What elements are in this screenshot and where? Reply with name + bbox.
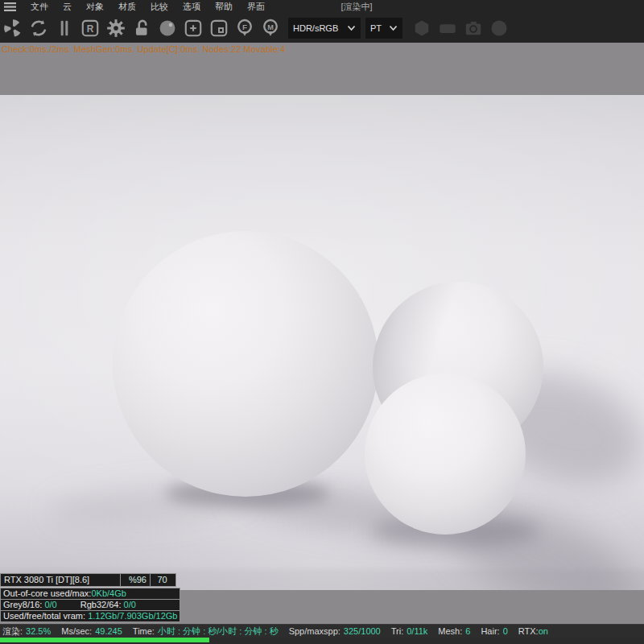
hair-stat: Hair:0: [481, 626, 507, 636]
render-progress-stat: 渲染:32.5%: [2, 625, 51, 638]
vram-label: Used/free/total vram:: [3, 611, 85, 621]
response-curve-value: HDR/sRGB: [293, 23, 338, 33]
sphere-material-icon[interactable]: [155, 16, 180, 40]
render-status-bar: 渲染:32.5% Ms/sec:49.245 Time:小时 : 分钟 : 秒/…: [0, 624, 644, 638]
buffers-row: Grey8/16: 0/0 Rgb32/64: 0/0: [0, 599, 180, 611]
octane-render-window: 文件 云 对象 材质 比较 选项 帮助 界面 [渲染中]: [0, 0, 644, 644]
svg-text:M: M: [267, 23, 274, 31]
out-of-core-value: 0Kb/4Gb: [91, 588, 126, 598]
hexagon-icon[interactable]: [410, 16, 434, 40]
menubar: 文件 云 对象 材质 比较 选项 帮助 界面 [渲染中]: [0, 0, 644, 14]
menu-item-compare[interactable]: 比较: [143, 0, 175, 14]
gpu-utilization: %96: [121, 574, 151, 586]
menu-item-options[interactable]: 选项: [175, 0, 208, 14]
window-title: [渲染中]: [341, 0, 372, 14]
gear-icon[interactable]: [104, 16, 128, 40]
kernel-value: PT: [370, 23, 382, 33]
menu-item-interface[interactable]: 界面: [240, 0, 272, 14]
vram-value: 1.12Gb/7.903Gb/12Gb: [88, 611, 177, 621]
region-add-icon[interactable]: [181, 16, 205, 40]
response-curve-dropdown[interactable]: HDR/sRGB: [288, 18, 361, 39]
rounded-rect-icon[interactable]: [436, 16, 460, 40]
render-viewport[interactable]: [0, 95, 644, 590]
grey-value: 0/0: [44, 600, 56, 609]
gpu-stats-overlay: RTX 3080 Ti [DT][8.6] %96 70 Out-of-core…: [0, 573, 180, 622]
chevron-down-icon: [347, 25, 356, 31]
menu-item-help[interactable]: 帮助: [208, 0, 240, 14]
menu-item-file[interactable]: 文件: [23, 0, 56, 14]
rgb-value: 0/0: [124, 600, 136, 609]
menu-item-object[interactable]: 对象: [79, 0, 111, 14]
svg-text:F: F: [242, 23, 247, 31]
material-pin-icon[interactable]: M: [258, 16, 283, 40]
out-of-core-row: Out-of-core used/max:0Kb/4Gb: [0, 588, 180, 600]
gpu-memory-panel: Out-of-core used/max:0Kb/4Gb Grey8/16: 0…: [0, 588, 180, 622]
scene-stats-text: Check:0ms./2ms. MeshGen:0ms. Update[C]:0…: [2, 44, 285, 54]
svg-text:R: R: [87, 23, 94, 35]
chevron-down-icon: [389, 25, 398, 31]
focus-pin-icon[interactable]: F: [233, 16, 257, 40]
spp-stat: Spp/maxspp:325/1000: [289, 626, 381, 636]
rtx-stat: RTX:on: [518, 626, 548, 636]
kernel-dropdown[interactable]: PT: [365, 18, 402, 39]
rgb-label: Rgb32/64:: [80, 600, 122, 609]
mesh-stat: Mesh:6: [438, 626, 470, 636]
circle-icon[interactable]: [487, 16, 511, 40]
grey-label: Grey8/16:: [3, 600, 42, 609]
tri-stat: Tri:0/11k: [391, 626, 428, 636]
lock-open-icon[interactable]: [130, 16, 154, 40]
time-stat: Time:小时 : 分钟 : 秒/小时 : 分钟 : 秒: [133, 625, 279, 638]
sphere-large: [113, 231, 378, 497]
hamburger-menu-icon[interactable]: [4, 2, 16, 11]
gpu-device-row: RTX 3080 Ti [DT][8.6] %96 70: [0, 573, 176, 587]
camera-icon[interactable]: [461, 16, 485, 40]
menu-item-cloud[interactable]: 云: [56, 0, 79, 14]
render-progress-bar: [0, 638, 644, 644]
gpu-temperature: 70: [151, 574, 174, 586]
mssec-stat: Ms/sec:49.245: [61, 626, 122, 636]
sphere-small: [365, 374, 526, 535]
pause-icon[interactable]: [52, 16, 76, 40]
restart-icon[interactable]: R: [78, 16, 102, 40]
gpu-device-name: RTX 3080 Ti [DT][8.6]: [1, 574, 121, 586]
menu-item-material[interactable]: 材质: [111, 0, 143, 14]
toolbar: R: [0, 14, 644, 43]
refresh-icon[interactable]: [27, 16, 51, 40]
octane-logo-icon[interactable]: [1, 16, 25, 40]
progress-fill: [0, 638, 209, 642]
out-of-core-label: Out-of-core used/max:: [3, 588, 91, 598]
vram-row: Used/free/total vram: 1.12Gb/7.903Gb/12G…: [0, 610, 180, 622]
region-pick-icon[interactable]: [207, 16, 231, 40]
